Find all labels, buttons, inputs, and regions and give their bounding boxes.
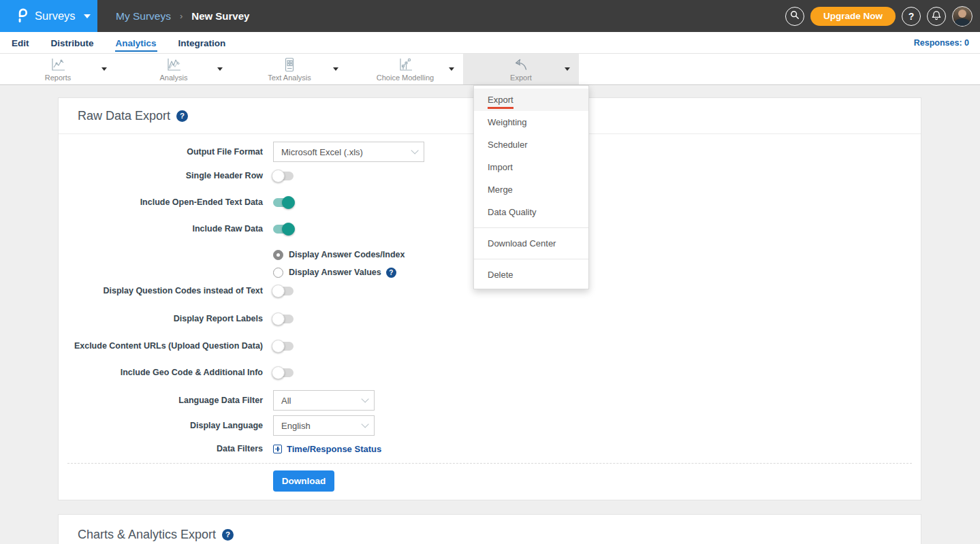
questionpro-logo-icon: [15, 6, 28, 27]
topbar-actions: Upgrade Now ?: [785, 0, 973, 32]
toolbar-item-text-analysis[interactable]: Text Analysis: [232, 54, 347, 84]
field-label: Display Report Labels: [59, 314, 263, 323]
field-label: Include Open-Ended Text Data: [59, 197, 263, 207]
search-icon: [790, 10, 800, 22]
display-language-select[interactable]: English: [273, 415, 375, 436]
chevron-down-icon: [361, 420, 368, 428]
toolbar-label: Analysis: [160, 74, 188, 82]
help-circle-icon[interactable]: ?: [176, 110, 188, 122]
help-circle-icon[interactable]: ?: [222, 529, 234, 541]
tab-integration[interactable]: Integration: [178, 34, 227, 52]
card-header: Charts & Analytics Export ?: [59, 515, 921, 544]
include-open-ended-toggle[interactable]: [273, 198, 294, 207]
toolbar-item-reports[interactable]: Reports: [0, 54, 116, 84]
geo-code-toggle[interactable]: [273, 368, 294, 377]
download-button[interactable]: Download: [273, 470, 334, 492]
export-dropdown-menu: Export Weighting Scheduler Import Merge …: [473, 85, 589, 289]
radio-label: Display Answer Values: [289, 268, 381, 277]
analytics-toolbar: Reports Analysis Text Analysis: [0, 54, 980, 85]
answer-codes-radio[interactable]: [273, 250, 283, 260]
menu-item-data-quality[interactable]: Data Quality: [474, 201, 588, 223]
display-language-row: Display Language English: [59, 415, 921, 436]
breadcrumb-current-survey: New Survey: [191, 10, 249, 22]
responses-count: Responses: 0: [914, 32, 969, 54]
page-title: Raw Data Export: [78, 109, 170, 123]
tab-analytics[interactable]: Analytics: [115, 34, 157, 52]
menu-divider: [474, 259, 588, 259]
document-grid-icon: [281, 57, 298, 73]
geo-code-row: Include Geo Code & Additional Info: [59, 366, 921, 379]
menu-item-delete[interactable]: Delete: [474, 263, 588, 286]
report-labels-toggle[interactable]: [273, 315, 294, 323]
upgrade-now-button[interactable]: Upgrade Now: [810, 7, 896, 26]
toolbar-item-export[interactable]: Export: [463, 54, 579, 84]
breadcrumb-separator-icon: ›: [180, 11, 183, 21]
scatter-chart-icon: [396, 57, 414, 73]
chevron-down-icon: [361, 395, 368, 402]
field-label: Include Raw Data: [59, 224, 263, 234]
field-label: Exclude Content URLs (Upload Question Da…: [59, 341, 263, 351]
question-mark-icon: ?: [908, 11, 915, 22]
single-header-row-toggle[interactable]: [273, 172, 294, 180]
toolbar-label: Choice Modelling: [377, 74, 434, 82]
search-button[interactable]: [785, 7, 804, 26]
field-label: Single Header Row: [59, 171, 263, 180]
menu-item-merge[interactable]: Merge: [474, 178, 588, 201]
answer-values-radio[interactable]: [273, 268, 283, 278]
topbar: Surveys My Surveys › New Survey Upgrade …: [0, 0, 980, 32]
tab-distribute[interactable]: Distribute: [50, 34, 95, 52]
menu-item-download-center[interactable]: Download Center: [474, 232, 588, 255]
menu-item-weighting[interactable]: Weighting: [474, 111, 588, 133]
field-label: Data Filters: [59, 444, 263, 453]
chevron-down-icon: [84, 14, 91, 18]
exclude-urls-row: Exclude Content URLs (Upload Question Da…: [59, 339, 921, 353]
export-arrow-icon: [512, 57, 530, 73]
product-switcher[interactable]: Surveys: [0, 0, 97, 32]
product-label: Surveys: [35, 10, 76, 22]
menu-item-import[interactable]: Import: [474, 156, 588, 178]
chevron-down-icon: [411, 146, 418, 154]
menu-item-export[interactable]: Export: [474, 89, 588, 111]
output-file-format-select[interactable]: Microsoft Excel (.xls): [273, 142, 424, 162]
multi-line-chart-icon: [165, 57, 183, 73]
toolbar-label: Text Analysis: [268, 74, 311, 82]
menu-item-scheduler[interactable]: Scheduler: [474, 133, 588, 156]
help-button[interactable]: ?: [902, 7, 921, 26]
language-filter-select[interactable]: All: [273, 390, 375, 411]
user-avatar[interactable]: [952, 6, 973, 27]
toolbar-item-choice-modelling[interactable]: Choice Modelling: [347, 54, 463, 84]
include-raw-data-toggle[interactable]: [273, 225, 294, 234]
chevron-down-icon[interactable]: [565, 67, 570, 71]
exclude-urls-toggle[interactable]: [273, 342, 294, 351]
field-label: Output File Format: [59, 147, 263, 157]
breadcrumb-my-surveys[interactable]: My Surveys: [116, 10, 171, 22]
field-label: Display Language: [59, 421, 263, 430]
time-response-status-link[interactable]: Time/Response Status: [273, 444, 381, 454]
field-label: Include Geo Code & Additional Info: [59, 368, 263, 377]
notifications-button[interactable]: [927, 7, 946, 26]
toolbar-item-analysis[interactable]: Analysis: [116, 54, 232, 84]
report-labels-row: Display Report Labels: [59, 312, 921, 325]
menu-divider: [474, 227, 588, 228]
chevron-down-icon[interactable]: [333, 67, 338, 71]
plus-square-icon: [273, 445, 282, 453]
charts-analytics-export-card: Charts & Analytics Export ?: [58, 514, 921, 544]
help-circle-icon[interactable]: ?: [386, 268, 396, 278]
radio-label: Display Answer Codes/Index: [289, 250, 405, 259]
chevron-down-icon[interactable]: [217, 67, 223, 71]
field-label: Display Question Codes instead of Text: [59, 286, 263, 295]
section-divider: [67, 463, 912, 464]
question-codes-toggle[interactable]: [273, 287, 294, 295]
tab-edit[interactable]: Edit: [11, 34, 30, 52]
toolbar-label: Export: [510, 74, 532, 82]
toolbar-label: Reports: [45, 74, 72, 82]
chevron-down-icon[interactable]: [449, 67, 454, 71]
section-title: Charts & Analytics Export: [78, 528, 216, 542]
breadcrumb: My Surveys › New Survey: [116, 0, 249, 32]
field-label: Language Data Filter: [59, 396, 263, 405]
data-filters-row: Data Filters Time/Response Status: [59, 442, 921, 455]
language-filter-row: Language Data Filter All: [59, 390, 921, 411]
chevron-down-icon[interactable]: [101, 67, 107, 71]
line-chart-icon: [49, 57, 67, 73]
bell-icon: [932, 10, 941, 22]
